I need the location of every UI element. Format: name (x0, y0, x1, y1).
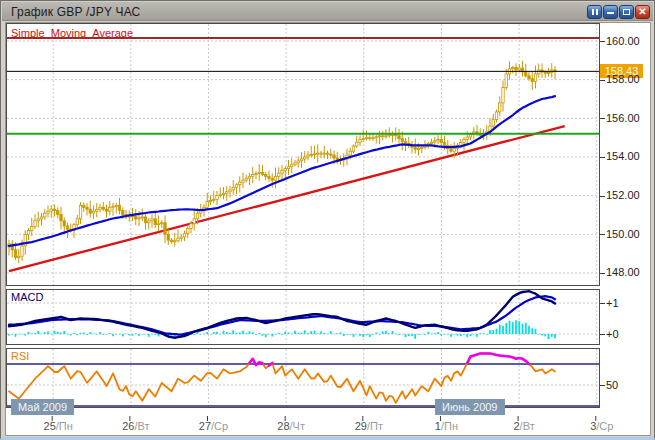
chart-window: График GBP /JPY ЧАС ✕ Simple_Moving_Aver… (0, 0, 655, 440)
date-axis-label: 1/Пн (435, 420, 458, 432)
maximize-icon (623, 9, 630, 15)
macd-indicator-label: MACD (11, 291, 43, 303)
month-badge-june: Июнь 2009 (435, 399, 505, 415)
macd-panel[interactable] (6, 289, 600, 345)
price-plot (7, 24, 599, 285)
date-axis-label: 28/Чт (277, 420, 305, 432)
maximize-button[interactable] (619, 5, 634, 19)
trendline (9, 126, 565, 271)
price-axis-label: 152.00 (606, 189, 640, 201)
axis-tick (600, 118, 605, 119)
price-panel[interactable] (6, 23, 600, 286)
close-button[interactable]: ✕ (635, 5, 650, 19)
indicator-axis-label: +1 (606, 297, 619, 309)
pause-icon (592, 9, 594, 15)
axis-tick (600, 234, 605, 235)
close-icon: ✕ (636, 6, 649, 18)
price-axis-label: 150.00 (606, 228, 640, 240)
indicator-axis-label: 50 (606, 379, 618, 391)
axis-tick (600, 303, 605, 304)
axis-tick (600, 196, 605, 197)
minimize-button[interactable] (603, 5, 618, 19)
rsi-overbought-segment (269, 363, 272, 366)
date-axis-label: 27/Ср (199, 420, 228, 432)
price-axis-label: 154.00 (606, 150, 640, 162)
axis-tick (600, 385, 605, 386)
date-axis-label: 25/Пн (44, 420, 73, 432)
sma-indicator-label: Simple_Moving_Average (11, 27, 133, 39)
macd-line (9, 291, 555, 338)
price-axis-label: 160.00 (606, 35, 640, 47)
axis-tick (600, 41, 605, 42)
date-axis-label: 29/Пт (355, 420, 383, 432)
date-axis-label: 3/Ср (590, 420, 613, 432)
rsi-plot (7, 349, 599, 407)
axis-tick (600, 334, 605, 335)
title-bar[interactable]: График GBP /JPY ЧАС ✕ (2, 2, 653, 21)
window-title: График GBP /JPY ЧАС (11, 5, 140, 19)
indicator-axis-label: +0 (606, 328, 619, 340)
rsi-panel[interactable] (6, 348, 600, 408)
rsi-indicator-label: RSI (11, 350, 29, 362)
candles-layer (8, 61, 556, 263)
price-axis-label: 158.00 (606, 73, 640, 85)
rsi-overbought-segment (467, 354, 529, 365)
macd-plot (7, 290, 599, 344)
date-axis-label: 2/Вт (513, 420, 534, 432)
rsi-line (9, 354, 555, 403)
pause-button[interactable] (587, 5, 602, 19)
minimize-icon (607, 12, 614, 14)
date-axis-label: 26/Вт (122, 420, 149, 432)
month-badge-may: Май 2009 (11, 399, 74, 415)
price-axis-label: 148.00 (606, 266, 640, 278)
axis-tick (600, 80, 605, 81)
price-axis-label: 156.00 (606, 112, 640, 124)
axis-tick (600, 273, 605, 274)
axis-tick (600, 157, 605, 158)
